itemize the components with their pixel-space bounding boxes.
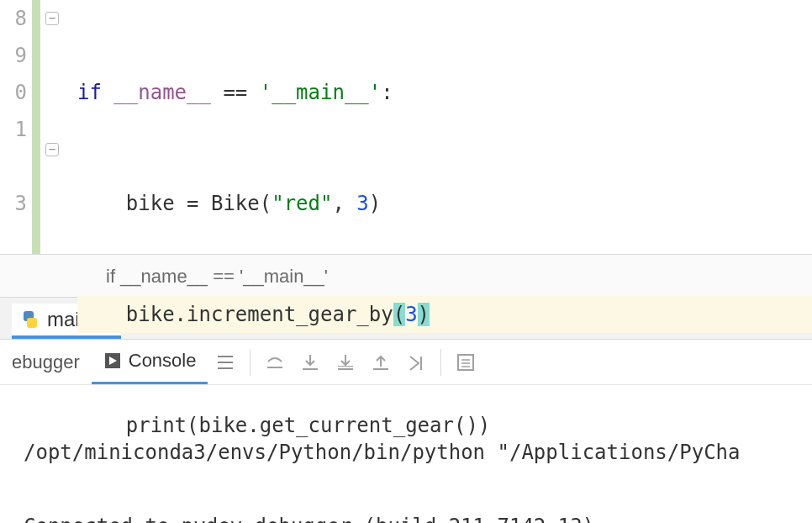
code-line-current[interactable]: bike.increment_gear_by(3) xyxy=(77,296,812,333)
fold-minus-icon[interactable] xyxy=(45,143,59,156)
code-line[interactable]: if __name__ == '__main__': xyxy=(77,74,812,111)
tab-label: ebugger xyxy=(12,351,80,373)
code-content[interactable]: if __name__ == '__main__': bike = Bike("… xyxy=(77,0,812,254)
python-file-icon xyxy=(22,311,39,328)
fold-area xyxy=(40,0,77,254)
code-editor[interactable]: 8 9 0 1 3 if __name__ == '__main__': bik… xyxy=(0,0,812,254)
line-number: 9 xyxy=(15,44,27,67)
code-line[interactable]: bike = Bike("red", 3) xyxy=(77,185,812,222)
code-line[interactable]: print(bike.get_current_gear()) xyxy=(77,407,812,444)
line-number: 8 xyxy=(15,7,27,30)
fold-minus-icon[interactable] xyxy=(45,12,59,25)
vcs-change-indicator xyxy=(32,0,40,254)
line-number: 1 xyxy=(15,118,27,141)
line-number: 3 xyxy=(15,192,27,215)
line-number-gutter: 8 9 0 1 3 xyxy=(0,0,32,254)
line-number: 0 xyxy=(15,81,27,104)
